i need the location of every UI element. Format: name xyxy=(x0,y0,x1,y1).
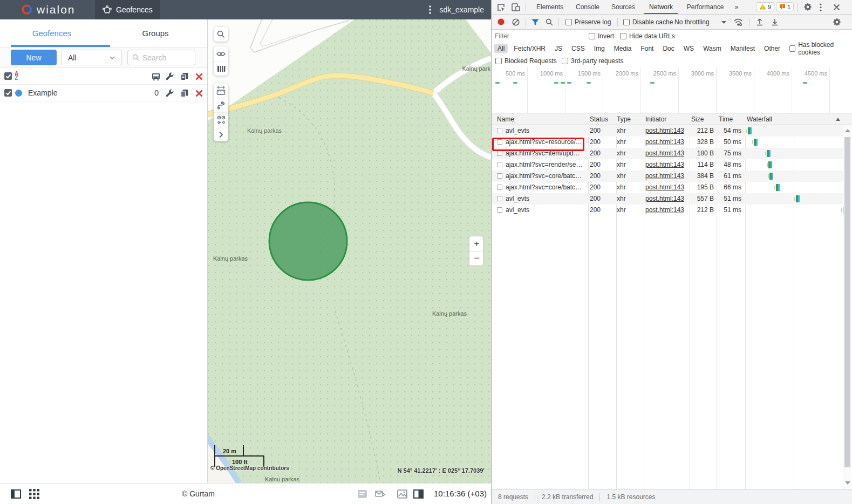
network-request-row[interactable]: ajax.html?svc=core/batc…200xhrpost.html:… xyxy=(492,171,844,182)
chip-all[interactable]: All xyxy=(494,44,508,53)
column-initiator[interactable]: Initiator xyxy=(645,115,666,123)
throttling-select[interactable]: No throttling xyxy=(674,15,710,29)
hide-data-urls-option[interactable]: Hide data URLs xyxy=(620,30,675,42)
third-party-option[interactable]: 3rd-party requests xyxy=(562,55,623,67)
chip-doc[interactable]: Doc xyxy=(663,45,674,52)
device-toolbar-icon[interactable] xyxy=(512,3,520,11)
scroll-up-arrow[interactable] xyxy=(845,129,850,132)
network-request-row[interactable]: ajax.html?svc=render/se…200xhrpost.html:… xyxy=(492,159,844,171)
request-name[interactable]: ajax.html?svc=resource/… xyxy=(506,138,584,146)
search-box[interactable] xyxy=(127,50,195,65)
gallery-icon[interactable] xyxy=(397,489,407,499)
preserve-log-checkbox[interactable] xyxy=(565,19,572,25)
copy-icon[interactable] xyxy=(180,89,189,98)
network-overview-timeline[interactable]: 500 ms1000 ms1500 ms2000 ms2500 ms3000 m… xyxy=(492,67,852,113)
import-har-icon[interactable] xyxy=(756,18,764,26)
expand-tools-button[interactable] xyxy=(214,127,228,141)
request-checkbox[interactable] xyxy=(497,196,502,201)
request-checkbox[interactable] xyxy=(497,151,502,156)
export-har-icon[interactable] xyxy=(771,18,779,26)
map-canvas[interactable]: Kalnų parkas Kalnų parkas Kalnų parkas K… xyxy=(208,19,491,483)
devtools-tab-sources[interactable]: Sources xyxy=(607,0,639,14)
chip-img[interactable]: Img xyxy=(594,45,605,52)
unit-icon[interactable] xyxy=(152,72,160,81)
request-checkbox[interactable] xyxy=(497,162,502,167)
close-devtools-icon[interactable] xyxy=(833,4,840,11)
chip-other[interactable]: Other xyxy=(764,45,780,52)
request-name[interactable]: avl_evts xyxy=(506,206,584,214)
devtools-tab-elements[interactable]: Elements xyxy=(531,0,568,14)
filter-funnel-icon[interactable] xyxy=(531,19,539,25)
wrench-icon[interactable] xyxy=(166,89,174,98)
request-name[interactable]: ajax.html?svc=render/se… xyxy=(506,161,584,168)
request-checkbox[interactable] xyxy=(497,185,502,190)
network-request-row[interactable]: avl_evts200xhrpost.html:143557 B51 ms xyxy=(492,193,844,205)
map-search-button[interactable] xyxy=(214,27,228,42)
table-scrollbar[interactable] xyxy=(843,125,851,488)
kebab-menu-icon[interactable] xyxy=(429,5,431,14)
network-request-row[interactable]: avl_evts200xhrpost.html:143212 B51 ms xyxy=(492,205,844,216)
clear-icon[interactable] xyxy=(512,18,520,26)
sort-az-icon[interactable]: A Z xyxy=(15,72,18,80)
request-name[interactable]: avl_evts xyxy=(506,195,584,202)
has-blocked-cookies-checkbox[interactable] xyxy=(789,45,795,52)
column-waterfall[interactable]: Waterfall xyxy=(747,115,772,123)
scroll-down-arrow[interactable] xyxy=(845,481,850,485)
delete-icon[interactable] xyxy=(195,89,203,98)
network-conditions-icon[interactable] xyxy=(733,18,743,26)
header-tab-geofences[interactable]: Geofences xyxy=(95,0,160,19)
warnings-badge[interactable]: 9 xyxy=(756,2,774,11)
layers-button[interactable] xyxy=(214,61,228,76)
chip-js[interactable]: JS xyxy=(555,45,562,52)
third-party-checkbox[interactable] xyxy=(562,58,568,64)
request-checkbox[interactable] xyxy=(497,173,502,179)
column-name[interactable]: Name xyxy=(497,115,514,123)
zoom-in-button[interactable]: + xyxy=(469,236,483,251)
markers-button[interactable] xyxy=(214,112,228,127)
disable-cache-option[interactable]: Disable cache xyxy=(623,15,673,29)
search-input[interactable] xyxy=(142,53,186,62)
preserve-log-option[interactable]: Preserve log xyxy=(565,15,611,29)
copy-icon[interactable] xyxy=(180,72,189,81)
request-checkbox[interactable] xyxy=(497,207,502,213)
zoom-out-button[interactable]: − xyxy=(469,251,483,265)
request-checkbox[interactable] xyxy=(497,139,502,145)
column-status[interactable]: Status xyxy=(590,115,608,123)
apps-grid-icon[interactable] xyxy=(29,489,39,499)
chip-ws[interactable]: WS xyxy=(684,45,694,52)
monitor-icon[interactable] xyxy=(357,489,367,499)
chip-manifest[interactable]: Manifest xyxy=(731,45,755,52)
messages-icon[interactable] xyxy=(375,489,385,499)
geofence-row-example[interactable]: Example 0 xyxy=(0,85,207,101)
column-type[interactable]: Type xyxy=(617,115,631,123)
settings-gear-icon[interactable] xyxy=(803,3,812,11)
disable-cache-checkbox[interactable] xyxy=(623,19,630,25)
scrollbar-thumb[interactable] xyxy=(844,137,850,467)
tab-geofences[interactable]: Geofences xyxy=(0,19,104,47)
devtools-tab-performance[interactable]: Performance xyxy=(681,0,729,14)
network-request-row[interactable]: ajax.html?svc=resource/…200xhrpost.html:… xyxy=(492,137,844,148)
select-all-checkbox[interactable] xyxy=(4,72,12,80)
row-checkbox[interactable] xyxy=(4,89,12,97)
issues-badge[interactable]: 1 xyxy=(776,2,794,11)
chip-font[interactable]: Font xyxy=(640,45,653,52)
blocked-requests-checkbox[interactable] xyxy=(495,58,502,64)
request-name[interactable]: ajax.html?svc=core/batc… xyxy=(506,183,584,191)
devtools-menu-icon[interactable] xyxy=(820,3,822,11)
geofence-circle[interactable] xyxy=(269,202,347,280)
reports-icon[interactable] xyxy=(413,489,424,499)
blocked-requests-option[interactable]: Blocked Requests xyxy=(495,55,557,67)
chip-fetch-xhr[interactable]: Fetch/XHR xyxy=(514,45,546,52)
delete-icon[interactable] xyxy=(195,72,203,81)
invert-checkbox[interactable] xyxy=(589,33,595,39)
column-size[interactable]: Size xyxy=(691,115,704,123)
chip-media[interactable]: Media xyxy=(614,45,632,52)
chip-wasm[interactable]: Wasm xyxy=(703,45,721,52)
search-network-icon[interactable] xyxy=(546,18,553,26)
request-name[interactable]: ajax.html?svc=item/upd… xyxy=(506,149,584,157)
visibility-button[interactable] xyxy=(214,46,228,61)
route-button[interactable] xyxy=(214,98,228,112)
network-request-row[interactable]: ajax.html?svc=item/upd…200xhrpost.html:1… xyxy=(492,148,844,159)
tab-groups[interactable]: Groups xyxy=(104,19,207,47)
filter-input[interactable] xyxy=(495,31,585,40)
